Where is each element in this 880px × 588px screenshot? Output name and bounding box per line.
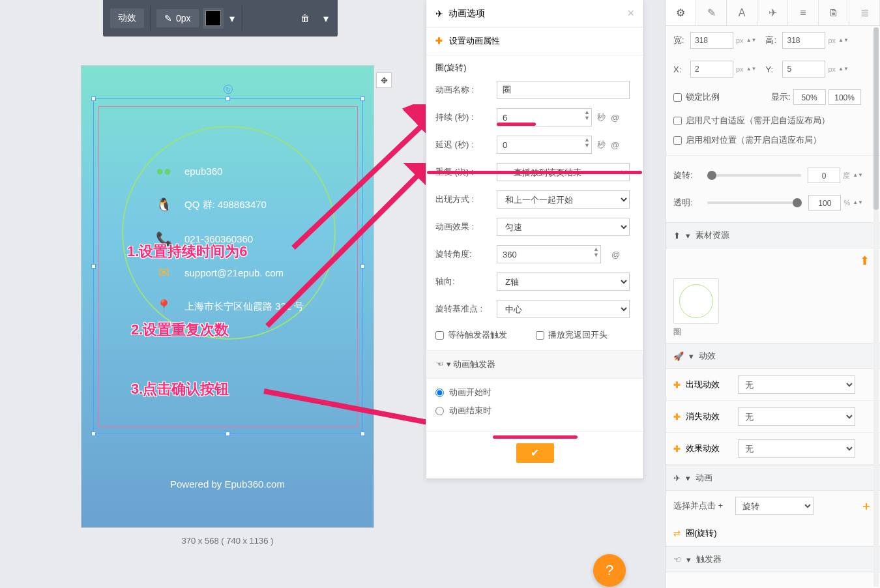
effect-button[interactable]: 动效 — [110, 8, 144, 28]
resize-handle[interactable] — [360, 432, 365, 436]
annotation-1: 1.设置持续时间为6 — [127, 242, 248, 261]
upload-row: ⬆ — [666, 248, 880, 273]
rewind-checkbox[interactable]: 播放完返回开头 — [536, 329, 608, 341]
anim-item-row[interactable]: ⇄ 圈(旋转) — [666, 521, 880, 546]
tab-text[interactable]: A — [727, 0, 757, 25]
plus-icon[interactable]: ✚ — [673, 380, 681, 390]
fx-effect-select[interactable]: 无 — [738, 439, 855, 458]
set-anim-property[interactable]: ✚ 设置动画属性 — [426, 27, 643, 55]
fx-disappear-select[interactable]: 无 — [738, 407, 855, 426]
zoom-100[interactable]: 100% — [829, 89, 861, 105]
rotate-handle[interactable]: ↻ — [224, 85, 233, 94]
wait-trigger-checkbox[interactable]: 等待触发器触发 — [435, 329, 507, 341]
delay-input[interactable]: 0 ▲▼ — [497, 136, 592, 154]
tab-data[interactable]: ≣ — [849, 0, 880, 25]
spinner-icon[interactable]: ▲▼ — [746, 38, 757, 43]
right-properties-panel: ⚙ ✎ A ✈ ≡ 🗎 ≣ 宽: px▲▼ 高: px▲▼ X: px▲▼ Y:… — [665, 0, 880, 588]
row-angle: 旋转角度: 360 ▲▼ @ — [426, 241, 643, 268]
effect-select[interactable]: 匀速 — [497, 218, 630, 236]
tab-page[interactable]: 🗎 — [819, 0, 849, 25]
row-rotate: 旋转: 0 度▲▼ — [666, 155, 880, 189]
spinner-icon[interactable]: ▲▼ — [838, 38, 849, 43]
anim-section[interactable]: ✈ ▾ 动画 — [666, 465, 880, 491]
y-input[interactable] — [782, 61, 825, 78]
move-icon: ✥ — [381, 76, 388, 85]
tab-edit[interactable]: ✎ — [696, 0, 727, 25]
spinner-icon[interactable]: ▲▼ — [593, 246, 599, 258]
resize-handle[interactable] — [226, 432, 230, 436]
help-fab[interactable]: ? — [593, 554, 626, 587]
color-dropdown[interactable]: ▾ — [226, 12, 239, 25]
trigger-section[interactable]: ☜ ▾ 触发器 — [666, 546, 880, 572]
spinner-icon[interactable]: ▲▼ — [853, 173, 863, 178]
at-button[interactable]: @ — [611, 250, 620, 259]
plus-icon[interactable]: ✚ — [673, 412, 681, 422]
rotate-value[interactable]: 0 — [808, 168, 840, 183]
contact-text: QQ 群: 498863470 — [184, 199, 267, 211]
assets-section[interactable]: ⬆ ▾ 素材资源 — [666, 222, 880, 248]
trigger-section[interactable]: ☜ ▾ 动画触发器 — [426, 351, 643, 379]
color-picker[interactable] — [203, 8, 224, 29]
move-handle[interactable]: ✥ — [376, 72, 392, 88]
opacity-slider[interactable] — [707, 201, 802, 204]
row-lock-show: 锁定比例 显示: 50% 100% — [666, 83, 880, 111]
rotate-slider[interactable] — [707, 174, 801, 177]
zoom-50[interactable]: 50% — [793, 89, 826, 105]
resize-handle[interactable] — [91, 96, 96, 101]
upload-icon: ⬆ — [673, 231, 681, 241]
close-icon[interactable]: × — [627, 7, 634, 20]
plus-icon[interactable]: ✚ — [673, 444, 681, 454]
appear-select[interactable]: 和上一个一起开始 — [497, 190, 630, 209]
radio-end[interactable]: 动画结束时 — [435, 405, 634, 417]
fx-appear-select[interactable]: 无 — [738, 375, 855, 394]
row-duration: 持续 (秒) : 6 ▲▼ 秒 @ — [426, 104, 643, 131]
delete-dropdown[interactable]: ▾ — [319, 12, 332, 25]
radio-start[interactable]: 动画开始时 — [435, 387, 634, 398]
delete-button[interactable]: 🗑 — [293, 9, 317, 27]
resize-handle[interactable] — [226, 96, 230, 101]
at-button[interactable]: @ — [611, 113, 619, 123]
height-input[interactable] — [782, 32, 825, 49]
confirm-button[interactable]: ✔ — [516, 443, 554, 463]
resize-handle[interactable] — [360, 264, 365, 269]
location-icon: 📍 — [154, 299, 173, 314]
scrollbar-thumb[interactable] — [873, 27, 879, 210]
spinner-icon[interactable]: ▲▼ — [584, 137, 590, 149]
fx-section[interactable]: 🚀 ▾ 动效 — [666, 343, 880, 369]
lock-ratio-checkbox[interactable]: 锁定比例 — [673, 91, 771, 103]
contact-item: ✉support@21epub. com — [154, 265, 304, 280]
animation-panel: ✈ 动画选项 × ✚ 设置动画属性 圈(旋转) 动画名称 : 持续 (秒) : … — [426, 0, 644, 479]
auto-pos-checkbox[interactable]: 启用相对位置（需开启自适应布局） — [673, 134, 872, 146]
annotation-3: 3.点击确认按钮 — [131, 379, 229, 399]
axis-select[interactable]: Z轴 — [497, 272, 630, 291]
upload-button[interactable]: ⬆ — [860, 254, 870, 268]
canvas[interactable]: ✥ ↻ ●●epub360 🐧QQ 群: 498863470 📞021-3603… — [81, 65, 374, 528]
base-label: 旋转基准点 : — [435, 303, 497, 315]
at-button[interactable]: @ — [611, 140, 619, 150]
tab-list[interactable]: ≡ — [788, 0, 819, 25]
x-input[interactable] — [690, 61, 733, 78]
width-input[interactable] — [690, 32, 733, 49]
y-label: Y: — [765, 65, 782, 74]
asset-thumb[interactable] — [673, 278, 719, 324]
resize-handle[interactable] — [91, 264, 96, 269]
opacity-value[interactable]: 100 — [808, 195, 841, 211]
spinner-icon[interactable]: ▲▼ — [838, 66, 849, 72]
resize-handle[interactable] — [91, 432, 96, 436]
spinner-icon[interactable]: ▲▼ — [746, 66, 757, 72]
add-anim-button[interactable]: ＋ — [860, 498, 872, 514]
auto-size-checkbox[interactable]: 启用尺寸自适应（需开启自适应布局） — [673, 115, 872, 126]
stroke-button[interactable]: ✎ 0px — [156, 9, 199, 27]
spinner-icon[interactable]: ▲▼ — [584, 110, 590, 121]
tab-settings[interactable]: ⚙ — [666, 0, 696, 25]
name-input[interactable] — [497, 81, 630, 99]
base-select[interactable]: 中心 — [497, 300, 630, 318]
angle-input[interactable]: 360 ▲▼ — [497, 245, 601, 263]
send-icon: ✈ — [673, 473, 681, 483]
tab-animation[interactable]: ✈ — [757, 0, 788, 25]
spinner-icon[interactable]: ▲▼ — [853, 200, 863, 205]
scrollbar[interactable] — [873, 27, 879, 587]
anim-type-select[interactable]: 旋转 — [735, 497, 814, 515]
axis-label: 轴向: — [435, 276, 497, 287]
resize-handle[interactable] — [360, 96, 365, 101]
